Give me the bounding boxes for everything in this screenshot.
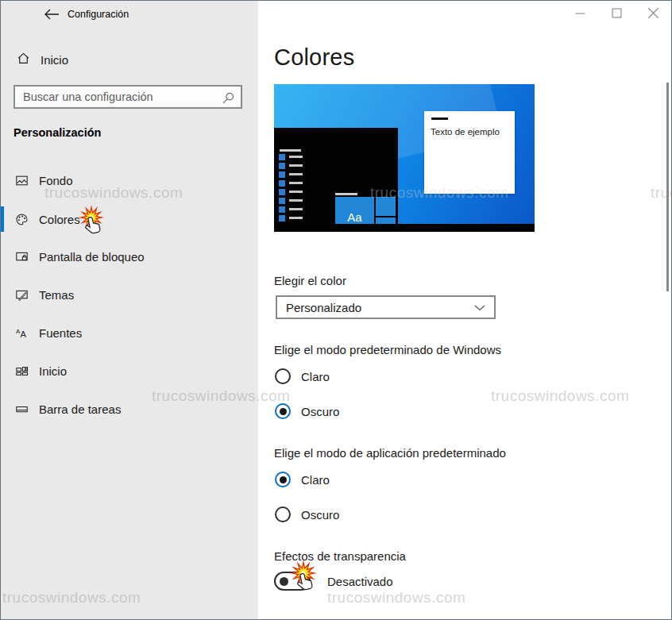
color-picker-label: Elegir el color bbox=[274, 274, 346, 287]
preview-sample-window: Texto de ejemplo bbox=[424, 111, 515, 194]
sidebar-item-home[interactable]: Inicio bbox=[1, 47, 258, 72]
scrollbar-thumb[interactable] bbox=[666, 83, 669, 291]
sidebar-item-label: Pantalla de bloqueo bbox=[39, 250, 145, 264]
preview-tile bbox=[376, 197, 396, 216]
sidebar-item-label: Barra de tareas bbox=[39, 402, 121, 416]
radio-button[interactable] bbox=[275, 403, 291, 419]
sidebar-item-fuentes[interactable]: AA Fuentes bbox=[1, 317, 258, 349]
maximize-button[interactable] bbox=[598, 1, 635, 28]
sample-window-text: Texto de ejemplo bbox=[431, 127, 500, 137]
preview-app-list-header-line bbox=[280, 149, 301, 152]
watermark: trucoswindows.com bbox=[327, 589, 465, 607]
radio-label: Claro bbox=[301, 473, 330, 487]
window-controls bbox=[562, 1, 671, 28]
svg-text:A: A bbox=[21, 329, 27, 339]
transparency-label: Efectos de transparencia bbox=[274, 549, 406, 563]
sidebar-item-inicio-start[interactable]: Inicio bbox=[1, 355, 258, 387]
lock-screen-icon bbox=[15, 250, 29, 264]
sidebar: Configuración Inicio Personalización Fon… bbox=[1, 1, 258, 619]
sidebar-item-label: Fondo bbox=[39, 174, 73, 187]
sidebar-item-label: Colores bbox=[39, 213, 80, 226]
preview-taskbar bbox=[274, 224, 535, 232]
app-list-row bbox=[279, 205, 303, 214]
radio-app-mode-oscuro[interactable]: Oscuro bbox=[275, 506, 339, 523]
radio-label: Oscuro bbox=[301, 508, 339, 522]
sidebar-item-label: Temas bbox=[39, 288, 74, 302]
image-icon bbox=[15, 174, 29, 187]
app-list-row bbox=[279, 196, 303, 205]
back-arrow-icon bbox=[44, 10, 60, 22]
search-box bbox=[14, 85, 242, 109]
settings-window: Configuración Inicio Personalización Fon… bbox=[0, 0, 672, 620]
chevron-down-icon bbox=[474, 300, 485, 314]
radio-windows-mode-oscuro[interactable]: Oscuro bbox=[275, 402, 339, 420]
search-input[interactable] bbox=[15, 87, 241, 107]
radio-label: Oscuro bbox=[301, 405, 339, 418]
sidebar-home-label: Inicio bbox=[41, 53, 68, 67]
taskbar-icon bbox=[15, 402, 29, 416]
sidebar-item-label: Fuentes bbox=[39, 326, 82, 340]
transparency-state-label: Desactivado bbox=[327, 575, 393, 588]
app-list-row bbox=[279, 187, 303, 196]
radio-app-mode-claro[interactable]: Claro bbox=[275, 471, 330, 488]
sidebar-section-title: Personalización bbox=[14, 126, 101, 139]
minimize-icon bbox=[575, 8, 585, 21]
radio-button[interactable] bbox=[275, 368, 291, 384]
minimize-button[interactable] bbox=[562, 1, 598, 28]
radio-button[interactable] bbox=[275, 506, 291, 522]
app-list-row bbox=[279, 214, 303, 222]
preview-start-menu: Aa bbox=[274, 128, 398, 224]
app-mode-label: Elige el modo de aplicación predetermina… bbox=[274, 446, 506, 460]
themes-icon bbox=[15, 288, 29, 302]
radio-windows-mode-claro[interactable]: Claro bbox=[275, 368, 330, 385]
app-list-row bbox=[279, 161, 303, 170]
palette-icon bbox=[15, 213, 29, 226]
close-button[interactable] bbox=[635, 1, 671, 28]
sidebar-item-barra-de-tareas[interactable]: Barra de tareas bbox=[1, 393, 258, 425]
start-tiles-icon bbox=[15, 364, 29, 378]
preview-tile-group-line bbox=[335, 193, 357, 195]
close-icon bbox=[647, 7, 659, 21]
home-icon bbox=[17, 52, 30, 68]
sidebar-item-fondo[interactable]: Fondo bbox=[1, 164, 258, 196]
sidebar-item-temas[interactable]: Temas bbox=[1, 279, 258, 310]
fonts-icon: AA bbox=[15, 326, 29, 340]
search-icon bbox=[221, 91, 235, 106]
watermark: trucoswindows.com bbox=[491, 387, 629, 405]
sidebar-item-label: Inicio bbox=[39, 364, 67, 378]
transparency-toggle-row: Desactivado bbox=[274, 572, 393, 591]
sample-window-title-dash bbox=[431, 117, 448, 120]
sidebar-item-pantalla-de-bloqueo[interactable]: Pantalla de bloqueo bbox=[1, 241, 258, 272]
app-list-row bbox=[279, 179, 303, 187]
window-title: Configuración bbox=[68, 9, 129, 20]
maximize-icon bbox=[612, 8, 622, 21]
page-title: Colores bbox=[274, 44, 354, 71]
sidebar-item-colores[interactable]: Colores bbox=[1, 203, 258, 235]
color-picker-value: Personalizado bbox=[286, 301, 361, 314]
color-picker-dropdown[interactable]: Personalizado bbox=[276, 295, 496, 319]
radio-button[interactable] bbox=[275, 472, 291, 487]
windows-mode-label: Elige el modo predeterminado de Windows bbox=[274, 343, 501, 356]
back-button[interactable] bbox=[41, 6, 63, 25]
radio-label: Claro bbox=[301, 370, 330, 383]
app-list-row bbox=[279, 170, 303, 179]
preview-app-list bbox=[279, 152, 303, 222]
app-list-row bbox=[279, 152, 303, 161]
theme-preview: Aa Texto de ejemplo bbox=[274, 84, 535, 232]
transparency-toggle[interactable] bbox=[274, 572, 311, 591]
